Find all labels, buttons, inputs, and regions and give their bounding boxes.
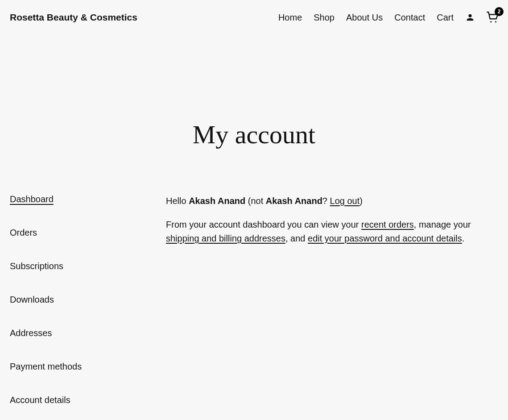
desc-text-d: . [462,233,465,243]
desc-text-b: , manage your [414,220,471,229]
account-icon[interactable] [465,12,475,22]
greeting-not-username: Akash Anand [266,196,322,206]
greeting-question: ? [322,196,330,206]
greeting-not-prefix: (not [245,196,266,206]
sidebar-item-subscriptions[interactable]: Subscriptions [10,261,166,271]
account-details-link[interactable]: edit your password and account details [308,233,462,243]
desc-text-c: , and [285,233,308,243]
sidebar-item-dashboard[interactable]: Dashboard [10,194,166,204]
svg-point-0 [490,21,491,22]
page-title: My account [0,120,508,150]
nav-cart[interactable]: Cart [437,12,454,23]
cart-count-badge: 2 [495,7,504,16]
sidebar-item-downloads[interactable]: Downloads [10,295,166,305]
sidebar-item-account-details[interactable]: Account details [10,395,166,405]
greeting-hello: Hello [166,196,189,206]
sidebar-item-payment-methods[interactable]: Payment methods [10,362,166,372]
logout-link[interactable]: Log out [330,196,360,206]
sidebar-item-addresses[interactable]: Addresses [10,328,166,338]
account-content: Hello Akash Anand (not Akash Anand? Log … [166,194,498,420]
greeting-line: Hello Akash Anand (not Akash Anand? Log … [166,194,498,208]
sidebar-item-orders[interactable]: Orders [10,228,166,238]
recent-orders-link[interactable]: recent orders [361,220,414,229]
desc-text-a: From your account dashboard you can view… [166,220,361,229]
nav-shop[interactable]: Shop [314,12,335,23]
greeting-username: Akash Anand [189,196,245,206]
addresses-link[interactable]: shipping and billing addresses [166,233,285,243]
nav-home[interactable]: Home [278,12,302,23]
nav-about[interactable]: About Us [346,12,383,23]
site-title[interactable]: Rosetta Beauty & Cosmetics [10,12,137,23]
cart-icon[interactable]: 2 [487,12,498,23]
greeting-close-paren: ) [359,196,363,206]
account-sidebar: Dashboard Orders Subscriptions Downloads… [10,194,166,420]
svg-point-1 [495,21,496,22]
nav-contact[interactable]: Contact [394,12,425,23]
dashboard-description: From your account dashboard you can view… [166,218,498,245]
